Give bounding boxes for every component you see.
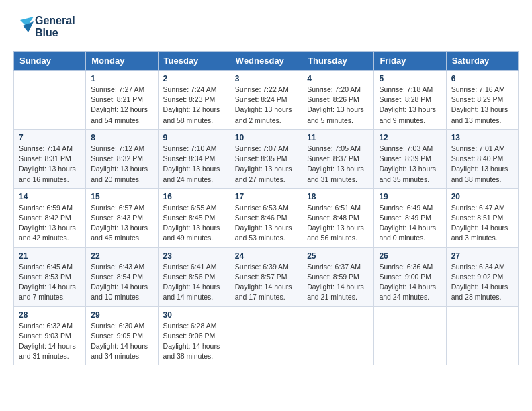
calendar-cell: 5Sunrise: 7:18 AMSunset: 8:28 PMDaylight… xyxy=(374,71,446,130)
day-number: 22 xyxy=(91,251,152,261)
calendar-cell: 18Sunrise: 6:51 AMSunset: 8:48 PMDayligh… xyxy=(302,188,374,247)
day-info: Sunrise: 7:20 AMSunset: 8:26 PMDaylight:… xyxy=(307,85,369,126)
day-number: 20 xyxy=(451,192,513,201)
calendar-cell: 25Sunrise: 6:37 AMSunset: 8:59 PMDayligh… xyxy=(302,247,374,306)
day-number: 12 xyxy=(379,133,441,142)
calendar-cell: 26Sunrise: 6:36 AMSunset: 9:00 PMDayligh… xyxy=(374,247,446,306)
day-number: 11 xyxy=(307,133,369,142)
day-info: Sunrise: 6:32 AMSunset: 9:03 PMDaylight:… xyxy=(19,321,81,362)
day-number: 4 xyxy=(307,74,369,83)
day-number: 23 xyxy=(163,251,225,261)
calendar-cell: 22Sunrise: 6:43 AMSunset: 8:54 PMDayligh… xyxy=(86,247,158,306)
day-number: 8 xyxy=(91,133,152,142)
day-info: Sunrise: 6:47 AMSunset: 8:51 PMDaylight:… xyxy=(451,203,513,244)
day-info: Sunrise: 7:27 AMSunset: 8:21 PMDaylight:… xyxy=(91,85,152,126)
day-info: Sunrise: 6:41 AMSunset: 8:56 PMDaylight:… xyxy=(163,262,225,303)
day-info: Sunrise: 6:57 AMSunset: 8:43 PMDaylight:… xyxy=(91,203,152,244)
logo-blue: Blue xyxy=(35,27,75,39)
day-info: Sunrise: 7:12 AMSunset: 8:32 PMDaylight:… xyxy=(91,144,152,185)
calendar-header-tuesday: Tuesday xyxy=(158,52,230,71)
calendar-cell: 17Sunrise: 6:53 AMSunset: 8:46 PMDayligh… xyxy=(230,188,302,247)
calendar-cell xyxy=(446,306,518,365)
calendar-cell: 7Sunrise: 7:14 AMSunset: 8:31 PMDaylight… xyxy=(14,129,86,188)
logo-bird-icon xyxy=(13,13,34,40)
day-info: Sunrise: 6:39 AMSunset: 8:57 PMDaylight:… xyxy=(235,262,297,303)
day-number: 28 xyxy=(19,310,81,320)
calendar-header-monday: Monday xyxy=(86,52,158,71)
calendar-cell: 19Sunrise: 6:49 AMSunset: 8:49 PMDayligh… xyxy=(374,188,446,247)
day-info: Sunrise: 7:16 AMSunset: 8:29 PMDaylight:… xyxy=(451,85,513,126)
calendar-header-thursday: Thursday xyxy=(302,52,374,71)
calendar-cell: 24Sunrise: 6:39 AMSunset: 8:57 PMDayligh… xyxy=(230,247,302,306)
day-number: 14 xyxy=(19,192,81,201)
calendar-header-sunday: Sunday xyxy=(14,52,86,71)
day-number: 25 xyxy=(307,251,369,261)
day-number: 5 xyxy=(379,74,441,83)
calendar-cell: 10Sunrise: 7:07 AMSunset: 8:35 PMDayligh… xyxy=(230,129,302,188)
calendar-header-friday: Friday xyxy=(374,52,446,71)
day-info: Sunrise: 6:49 AMSunset: 8:49 PMDaylight:… xyxy=(379,203,441,244)
day-number: 2 xyxy=(163,74,225,83)
calendar-cell: 29Sunrise: 6:30 AMSunset: 9:05 PMDayligh… xyxy=(86,306,158,365)
calendar-cell: 16Sunrise: 6:55 AMSunset: 8:45 PMDayligh… xyxy=(158,188,230,247)
day-number: 10 xyxy=(235,133,297,142)
day-number: 24 xyxy=(235,251,297,261)
day-number: 26 xyxy=(379,251,441,261)
day-number: 21 xyxy=(19,251,81,261)
calendar-cell: 3Sunrise: 7:22 AMSunset: 8:24 PMDaylight… xyxy=(230,71,302,130)
day-info: Sunrise: 6:30 AMSunset: 9:05 PMDaylight:… xyxy=(91,321,152,362)
calendar-cell xyxy=(302,306,374,365)
day-info: Sunrise: 7:01 AMSunset: 8:40 PMDaylight:… xyxy=(451,144,513,185)
day-info: Sunrise: 7:10 AMSunset: 8:34 PMDaylight:… xyxy=(163,144,225,185)
calendar-cell: 15Sunrise: 6:57 AMSunset: 8:43 PMDayligh… xyxy=(86,188,158,247)
calendar-table: SundayMondayTuesdayWednesdayThursdayFrid… xyxy=(13,51,519,365)
day-number: 17 xyxy=(235,192,297,201)
day-info: Sunrise: 6:45 AMSunset: 8:53 PMDaylight:… xyxy=(19,262,81,303)
day-info: Sunrise: 6:55 AMSunset: 8:45 PMDaylight:… xyxy=(163,203,225,244)
calendar-cell: 1Sunrise: 7:27 AMSunset: 8:21 PMDaylight… xyxy=(86,71,158,130)
day-number: 3 xyxy=(235,74,297,83)
day-info: Sunrise: 7:22 AMSunset: 8:24 PMDaylight:… xyxy=(235,85,297,126)
calendar-header-saturday: Saturday xyxy=(446,52,518,71)
day-number: 6 xyxy=(451,74,513,83)
calendar-week-2: 7Sunrise: 7:14 AMSunset: 8:31 PMDaylight… xyxy=(14,129,519,188)
day-number: 13 xyxy=(451,133,513,142)
day-number: 9 xyxy=(163,133,225,142)
day-info: Sunrise: 7:18 AMSunset: 8:28 PMDaylight:… xyxy=(379,85,441,126)
page-header: General Blue xyxy=(13,13,519,40)
calendar-cell: 8Sunrise: 7:12 AMSunset: 8:32 PMDaylight… xyxy=(86,129,158,188)
calendar-cell: 21Sunrise: 6:45 AMSunset: 8:53 PMDayligh… xyxy=(14,247,86,306)
day-info: Sunrise: 6:36 AMSunset: 9:00 PMDaylight:… xyxy=(379,262,441,303)
calendar-cell: 20Sunrise: 6:47 AMSunset: 8:51 PMDayligh… xyxy=(446,188,518,247)
day-info: Sunrise: 6:51 AMSunset: 8:48 PMDaylight:… xyxy=(307,203,369,244)
day-info: Sunrise: 6:37 AMSunset: 8:59 PMDaylight:… xyxy=(307,262,369,303)
calendar-cell: 12Sunrise: 7:03 AMSunset: 8:39 PMDayligh… xyxy=(374,129,446,188)
day-info: Sunrise: 7:03 AMSunset: 8:39 PMDaylight:… xyxy=(379,144,441,185)
day-info: Sunrise: 7:05 AMSunset: 8:37 PMDaylight:… xyxy=(307,144,369,185)
day-number: 15 xyxy=(91,192,152,201)
logo-text-block: General Blue xyxy=(35,15,75,38)
calendar-cell: 14Sunrise: 6:59 AMSunset: 8:42 PMDayligh… xyxy=(14,188,86,247)
calendar-week-5: 28Sunrise: 6:32 AMSunset: 9:03 PMDayligh… xyxy=(14,306,519,365)
day-number: 27 xyxy=(451,251,513,261)
calendar-week-1: 1Sunrise: 7:27 AMSunset: 8:21 PMDaylight… xyxy=(14,71,519,130)
logo: General Blue xyxy=(13,13,75,40)
day-info: Sunrise: 7:07 AMSunset: 8:35 PMDaylight:… xyxy=(235,144,297,185)
day-number: 29 xyxy=(91,310,152,320)
calendar-week-3: 14Sunrise: 6:59 AMSunset: 8:42 PMDayligh… xyxy=(14,188,519,247)
day-info: Sunrise: 7:14 AMSunset: 8:31 PMDaylight:… xyxy=(19,144,81,185)
calendar-cell: 4Sunrise: 7:20 AMSunset: 8:26 PMDaylight… xyxy=(302,71,374,130)
calendar-cell: 27Sunrise: 6:34 AMSunset: 9:02 PMDayligh… xyxy=(446,247,518,306)
day-number: 16 xyxy=(163,192,225,201)
calendar-week-4: 21Sunrise: 6:45 AMSunset: 8:53 PMDayligh… xyxy=(14,247,519,306)
day-number: 19 xyxy=(379,192,441,201)
calendar-cell: 28Sunrise: 6:32 AMSunset: 9:03 PMDayligh… xyxy=(14,306,86,365)
calendar-cell xyxy=(14,71,86,130)
calendar-cell: 23Sunrise: 6:41 AMSunset: 8:56 PMDayligh… xyxy=(158,247,230,306)
logo-general: General xyxy=(35,15,75,27)
day-info: Sunrise: 7:24 AMSunset: 8:23 PMDaylight:… xyxy=(163,85,225,126)
day-number: 30 xyxy=(163,310,225,320)
calendar-header-wednesday: Wednesday xyxy=(230,52,302,71)
calendar-cell: 6Sunrise: 7:16 AMSunset: 8:29 PMDaylight… xyxy=(446,71,518,130)
calendar-header-row: SundayMondayTuesdayWednesdayThursdayFrid… xyxy=(14,52,519,71)
